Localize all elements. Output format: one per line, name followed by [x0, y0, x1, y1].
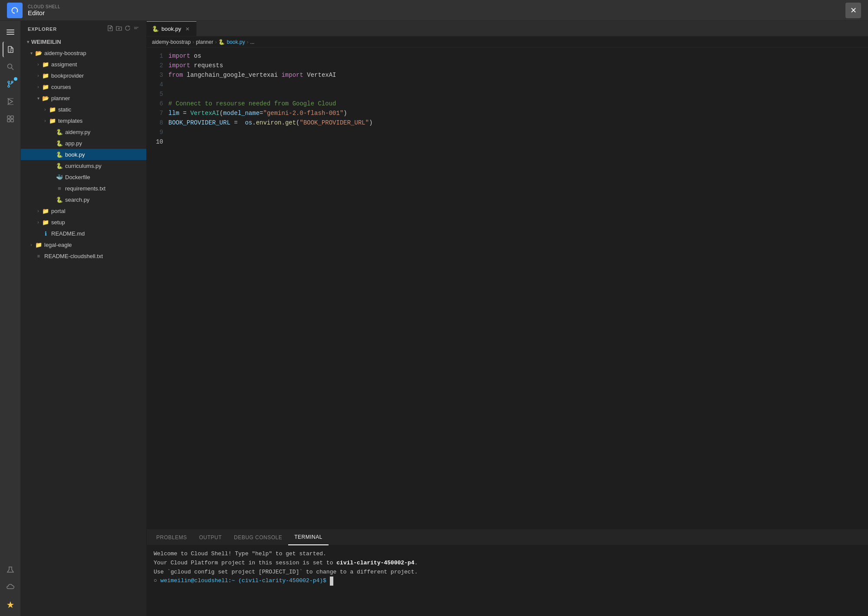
- code-editor[interactable]: 1 2 3 4 5 6 7 8 9 10 import os import re…: [147, 48, 868, 529]
- svg-point-5: [8, 81, 10, 83]
- project-id: civil-clarity-450002-p4: [336, 560, 414, 566]
- folder-label: bookprovider: [51, 72, 146, 79]
- breadcrumb-folder: planner: [196, 39, 213, 45]
- line-num-3: 3: [150, 70, 163, 80]
- file-tree: ▾ WEIMEILIN ▾ 📂 aidemy-boostrap › 📁 assi…: [21, 36, 146, 616]
- folder-aidemy-boostrap[interactable]: ▾ 📂 aidemy-boostrap: [21, 47, 146, 59]
- new-folder-icon[interactable]: [116, 25, 122, 33]
- close-button[interactable]: ✕: [845, 3, 861, 18]
- code-line-8: BOOK_PROVIDER_URL = os.environ.get("BOOK…: [168, 118, 859, 128]
- file-aidemy-py[interactable]: 🐍 aidemy.py: [21, 126, 146, 138]
- folder-label: planner: [51, 95, 146, 102]
- folder-bookprovider[interactable]: › 📁 bookprovider: [21, 70, 146, 81]
- code-line-6: # Connect to resourse needed from Google…: [168, 99, 859, 108]
- folder-templates[interactable]: › 📁 templates: [21, 115, 146, 126]
- python-file-icon: 🐍: [56, 151, 63, 158]
- svg-rect-1: [7, 32, 14, 33]
- folder-courses[interactable]: › 📁 courses: [21, 81, 146, 92]
- collapse-all-icon[interactable]: [133, 25, 139, 33]
- svg-rect-11: [7, 119, 10, 122]
- terminal-content[interactable]: Welcome to Cloud Shell! Type "help" to g…: [147, 545, 868, 616]
- sidebar-item-test[interactable]: [3, 562, 18, 578]
- code-line-3: from langchain_google_vertexai import Ve…: [168, 70, 859, 80]
- scm-badge: [14, 77, 17, 81]
- no-chevron: [49, 128, 56, 135]
- tab-file-icon: 🐍: [152, 26, 159, 32]
- file-requirements-txt[interactable]: ≡ requirements.txt: [21, 183, 146, 194]
- sidebar-item-extensions[interactable]: [3, 111, 18, 127]
- files-icon: [7, 46, 15, 53]
- terminal-line-3: Use `gcloud config set project [PROJECT_…: [154, 568, 861, 577]
- no-chevron: [49, 185, 56, 192]
- no-chevron: [49, 162, 56, 169]
- terminal-line-1: Welcome to Cloud Shell! Type "help" to g…: [154, 550, 861, 559]
- code-line-1: import os: [168, 51, 859, 61]
- root-label: WEIMEILIN: [31, 39, 61, 45]
- file-readme-cloudshell[interactable]: ≡ README-cloudshell.txt: [21, 250, 146, 262]
- docker-file-icon: 🐳: [56, 173, 63, 181]
- terminal-prompt-line: ○ weimeilin@cloudshell:~ (civil-clarity-…: [154, 577, 861, 586]
- editor-area: 🐍 book.py ✕ aidemy-boostrap › planner › …: [147, 21, 868, 616]
- tab-output[interactable]: OUTPUT: [193, 530, 228, 545]
- chevron-right-icon: ›: [42, 106, 49, 113]
- tab-terminal[interactable]: TERMINAL: [288, 530, 329, 545]
- folder-portal[interactable]: › 📁 portal: [21, 205, 146, 216]
- folder-label: aidemy-boostrap: [44, 50, 146, 56]
- folder-open-icon: 📂: [35, 49, 43, 57]
- sidebar-item-explorer[interactable]: [3, 42, 18, 57]
- file-search-py[interactable]: 🐍 search.py: [21, 194, 146, 205]
- svg-marker-8: [8, 99, 13, 104]
- title-bar: CLOUD SHELL Editor ✕: [0, 0, 868, 21]
- file-curriculums-py[interactable]: 🐍 curriculums.py: [21, 160, 146, 171]
- folder-label: assigment: [51, 61, 146, 68]
- line-num-4: 4: [150, 80, 163, 89]
- folder-static[interactable]: › 📁 static: [21, 104, 146, 115]
- file-label: search.py: [65, 197, 146, 203]
- root-folder-weimeilin[interactable]: ▾ WEIMEILIN: [21, 36, 146, 47]
- sidebar-item-search[interactable]: [3, 59, 18, 75]
- file-label: aidemy.py: [65, 129, 146, 135]
- file-readme-md[interactable]: ℹ README.md: [21, 228, 146, 239]
- folder-setup[interactable]: › 📁 setup: [21, 216, 146, 228]
- tab-debug-console[interactable]: DEBUG CONSOLE: [228, 530, 288, 545]
- tab-close-button[interactable]: ✕: [184, 26, 191, 33]
- folder-legal-eagle[interactable]: › 📁 legal-eagle: [21, 239, 146, 250]
- line-num-7: 7: [150, 108, 163, 118]
- sidebar-item-gemini[interactable]: [3, 597, 18, 613]
- file-label: app.py: [65, 140, 146, 147]
- tab-problems[interactable]: PROBLEMS: [150, 530, 193, 545]
- sidebar-item-run[interactable]: [3, 94, 18, 109]
- svg-line-4: [11, 68, 13, 70]
- breadcrumb-file-icon: 🐍: [218, 39, 225, 45]
- file-book-py[interactable]: 🐍 book.py: [21, 149, 146, 160]
- sidebar-item-cloud[interactable]: [3, 580, 18, 595]
- line-num-8: 8: [150, 118, 163, 128]
- python-file-icon: 🐍: [56, 139, 63, 147]
- new-file-icon[interactable]: [107, 25, 113, 33]
- file-label: requirements.txt: [65, 185, 146, 192]
- file-label: Dockerfile: [65, 174, 146, 180]
- folder-icon: 📁: [42, 72, 49, 79]
- file-app-py[interactable]: 🐍 app.py: [21, 138, 146, 149]
- file-dockerfile[interactable]: 🐳 Dockerfile: [21, 171, 146, 183]
- menu-button[interactable]: [3, 24, 18, 40]
- no-chevron: [49, 140, 56, 147]
- tab-book-py[interactable]: 🐍 book.py ✕: [147, 21, 197, 36]
- title-bar-title: Editor: [28, 9, 60, 16]
- no-chevron: [49, 174, 56, 180]
- svg-rect-2: [7, 34, 14, 35]
- sidebar: EXPLORER: [21, 21, 147, 616]
- run-debug-icon: [7, 98, 14, 105]
- breadcrumb-filename: book.py: [227, 39, 245, 45]
- chevron-down-icon: ▾: [35, 95, 42, 102]
- refresh-icon[interactable]: [125, 25, 131, 33]
- folder-label: templates: [58, 118, 146, 124]
- title-bar-text: CLOUD SHELL Editor: [28, 4, 60, 16]
- code-line-7: llm = VertexAI(model_name="gemini-2.0-fl…: [168, 108, 859, 118]
- sidebar-item-scm[interactable]: [3, 76, 18, 92]
- tab-bar: 🐍 book.py ✕: [147, 21, 868, 36]
- terminal-cursor: [330, 577, 333, 586]
- code-line-2: import requests: [168, 61, 859, 70]
- folder-planner[interactable]: ▾ 📂 planner: [21, 92, 146, 104]
- folder-assigment[interactable]: › 📁 assigment: [21, 59, 146, 70]
